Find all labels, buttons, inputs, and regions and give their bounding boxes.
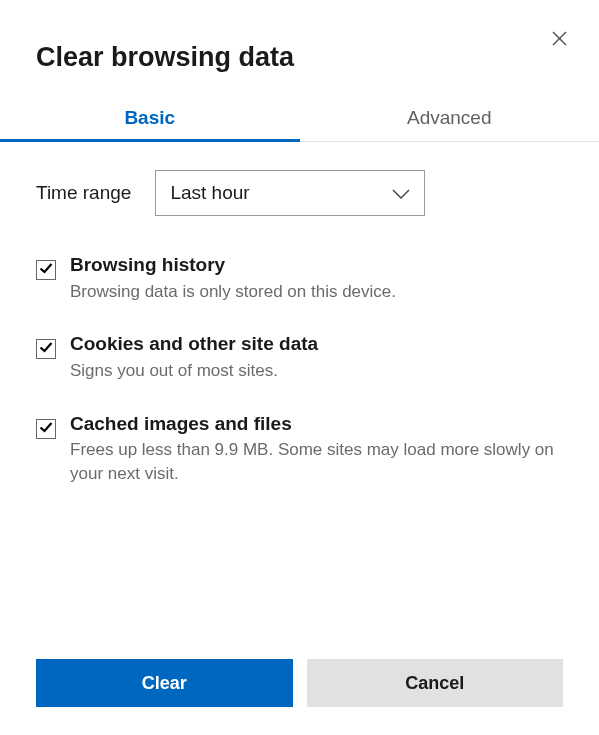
cancel-button-label: Cancel bbox=[405, 673, 464, 693]
dialog-title: Clear browsing data bbox=[36, 42, 294, 73]
time-range-selected: Last hour bbox=[170, 182, 249, 204]
tab-advanced[interactable]: Advanced bbox=[300, 107, 600, 141]
checkmark-icon bbox=[39, 420, 53, 438]
checkbox-cached-files[interactable] bbox=[36, 419, 56, 439]
time-range-select[interactable]: Last hour bbox=[155, 170, 425, 216]
option-cached-files: Cached images and files Frees up less th… bbox=[36, 411, 563, 486]
checkmark-icon bbox=[39, 340, 53, 358]
option-text: Cached images and files Frees up less th… bbox=[70, 411, 563, 486]
option-title: Cookies and other site data bbox=[70, 331, 318, 358]
checkmark-icon bbox=[39, 261, 53, 279]
option-desc: Frees up less than 9.9 MB. Some sites ma… bbox=[70, 438, 563, 486]
tab-basic[interactable]: Basic bbox=[0, 107, 300, 141]
option-title: Browsing history bbox=[70, 252, 396, 279]
clear-browsing-data-dialog: Clear browsing data Basic Advanced Time … bbox=[0, 0, 599, 735]
dialog-header: Clear browsing data bbox=[36, 36, 563, 73]
checkbox-cookies[interactable] bbox=[36, 339, 56, 359]
option-text: Cookies and other site data Signs you ou… bbox=[70, 331, 318, 382]
option-cookies: Cookies and other site data Signs you ou… bbox=[36, 331, 563, 382]
tab-basic-label: Basic bbox=[124, 107, 175, 128]
options-list: Browsing history Browsing data is only s… bbox=[36, 252, 563, 486]
option-browsing-history: Browsing history Browsing data is only s… bbox=[36, 252, 563, 303]
checkbox-browsing-history[interactable] bbox=[36, 260, 56, 280]
option-desc: Signs you out of most sites. bbox=[70, 359, 318, 383]
clear-button[interactable]: Clear bbox=[36, 659, 293, 707]
dialog-content: Time range Last hour Browsing history Br… bbox=[36, 142, 563, 659]
close-button[interactable] bbox=[547, 28, 571, 52]
dialog-footer: Clear Cancel bbox=[36, 659, 563, 707]
clear-button-label: Clear bbox=[142, 673, 187, 693]
chevron-down-icon bbox=[392, 182, 410, 204]
tab-advanced-label: Advanced bbox=[407, 107, 492, 128]
option-text: Browsing history Browsing data is only s… bbox=[70, 252, 396, 303]
tab-bar: Basic Advanced bbox=[0, 107, 599, 142]
option-desc: Browsing data is only stored on this dev… bbox=[70, 280, 396, 304]
cancel-button[interactable]: Cancel bbox=[307, 659, 564, 707]
close-icon bbox=[552, 31, 567, 49]
option-title: Cached images and files bbox=[70, 411, 563, 438]
time-range-label: Time range bbox=[36, 182, 131, 204]
time-range-row: Time range Last hour bbox=[36, 170, 563, 216]
